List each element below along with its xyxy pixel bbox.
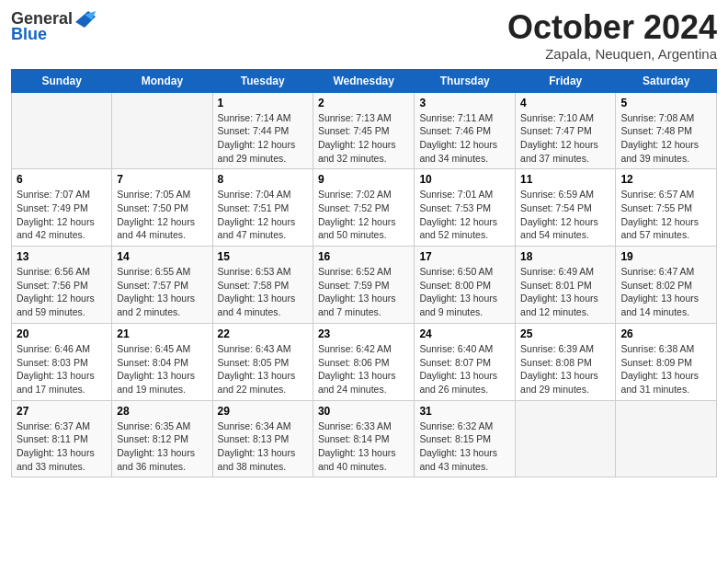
day-number: 29 (218, 405, 308, 418)
cell-info: Sunrise: 6:55 AMSunset: 7:57 PMDaylight:… (117, 265, 207, 319)
cell-info: Sunrise: 7:05 AMSunset: 7:50 PMDaylight:… (117, 188, 207, 242)
calendar-cell: 18Sunrise: 6:49 AMSunset: 8:01 PMDayligh… (516, 247, 616, 324)
day-number: 24 (419, 327, 510, 340)
day-header-thursday: Thursday (415, 69, 516, 92)
calendar-cell: 21Sunrise: 6:45 AMSunset: 8:04 PMDayligh… (112, 323, 212, 400)
calendar-cell: 15Sunrise: 6:53 AMSunset: 7:58 PMDayligh… (212, 247, 313, 324)
calendar-cell: 10Sunrise: 7:01 AMSunset: 7:53 PMDayligh… (415, 169, 516, 247)
cell-info: Sunrise: 6:50 AMSunset: 8:00 PMDaylight:… (419, 265, 510, 319)
calendar-cell: 8Sunrise: 7:04 AMSunset: 7:51 PMDaylight… (212, 169, 313, 247)
cell-info: Sunrise: 7:10 AMSunset: 7:47 PMDaylight:… (520, 111, 610, 166)
cell-info: Sunrise: 6:35 AMSunset: 8:12 PMDaylight:… (117, 419, 207, 474)
day-number: 9 (318, 173, 409, 186)
day-header-tuesday: Tuesday (212, 69, 313, 92)
cell-info: Sunrise: 6:38 AMSunset: 8:09 PMDaylight:… (620, 342, 711, 396)
day-header-saturday: Saturday (616, 69, 717, 92)
cell-info: Sunrise: 6:32 AMSunset: 8:15 PMDaylight:… (419, 419, 510, 474)
day-header-monday: Monday (112, 69, 212, 92)
calendar-cell (516, 400, 616, 477)
cell-info: Sunrise: 7:02 AMSunset: 7:52 PMDaylight:… (318, 188, 409, 242)
day-number: 3 (419, 97, 510, 109)
day-number: 13 (17, 250, 107, 263)
calendar-cell: 14Sunrise: 6:55 AMSunset: 7:57 PMDayligh… (112, 247, 212, 324)
cell-info: Sunrise: 7:04 AMSunset: 7:51 PMDaylight:… (218, 188, 308, 242)
calendar-cell: 6Sunrise: 7:07 AMSunset: 7:49 PMDaylight… (12, 169, 112, 247)
calendar-cell: 23Sunrise: 6:42 AMSunset: 8:06 PMDayligh… (313, 323, 414, 400)
day-number: 18 (520, 250, 610, 263)
calendar-cell: 27Sunrise: 6:37 AMSunset: 8:11 PMDayligh… (12, 400, 112, 477)
calendar-table: SundayMondayTuesdayWednesdayThursdayFrid… (11, 69, 717, 478)
day-number: 20 (17, 327, 107, 340)
calendar-cell: 11Sunrise: 6:59 AMSunset: 7:54 PMDayligh… (516, 169, 616, 247)
calendar-cell: 19Sunrise: 6:47 AMSunset: 8:02 PMDayligh… (616, 247, 717, 324)
header: General Blue October 2024 Zapala, Neuque… (11, 9, 717, 62)
week-row-5: 27Sunrise: 6:37 AMSunset: 8:11 PMDayligh… (12, 400, 717, 477)
calendar-cell: 2Sunrise: 7:13 AMSunset: 7:45 PMDaylight… (313, 92, 414, 169)
cell-info: Sunrise: 6:46 AMSunset: 8:03 PMDaylight:… (17, 342, 107, 396)
calendar-cell: 4Sunrise: 7:10 AMSunset: 7:47 PMDaylight… (516, 92, 616, 169)
cell-info: Sunrise: 7:11 AMSunset: 7:46 PMDaylight:… (419, 111, 510, 166)
day-number: 15 (218, 250, 308, 263)
day-number: 10 (419, 173, 510, 186)
day-header-wednesday: Wednesday (313, 69, 414, 92)
day-number: 12 (620, 173, 711, 186)
cell-info: Sunrise: 6:49 AMSunset: 8:01 PMDaylight:… (520, 265, 610, 319)
calendar-cell: 26Sunrise: 6:38 AMSunset: 8:09 PMDayligh… (616, 323, 717, 400)
day-number: 4 (520, 97, 610, 109)
week-row-2: 6Sunrise: 7:07 AMSunset: 7:49 PMDaylight… (12, 169, 717, 247)
calendar-cell: 29Sunrise: 6:34 AMSunset: 8:13 PMDayligh… (212, 400, 313, 477)
title-area: October 2024 Zapala, Neuquen, Argentina (507, 9, 717, 62)
calendar-cell (112, 92, 212, 169)
calendar-cell: 9Sunrise: 7:02 AMSunset: 7:52 PMDaylight… (313, 169, 414, 247)
cell-info: Sunrise: 6:47 AMSunset: 8:02 PMDaylight:… (620, 265, 711, 319)
logo: General Blue (11, 9, 96, 44)
day-number: 1 (218, 97, 308, 109)
day-number: 2 (318, 97, 409, 109)
calendar-cell: 1Sunrise: 7:14 AMSunset: 7:44 PMDaylight… (212, 92, 313, 169)
cell-info: Sunrise: 6:39 AMSunset: 8:08 PMDaylight:… (520, 342, 610, 396)
day-number: 17 (419, 250, 510, 263)
cell-info: Sunrise: 6:53 AMSunset: 7:58 PMDaylight:… (218, 265, 308, 319)
logo-blue-text: Blue (11, 25, 47, 44)
cell-info: Sunrise: 7:08 AMSunset: 7:48 PMDaylight:… (620, 111, 711, 166)
calendar-cell: 28Sunrise: 6:35 AMSunset: 8:12 PMDayligh… (112, 400, 212, 477)
week-row-3: 13Sunrise: 6:56 AMSunset: 7:56 PMDayligh… (12, 247, 717, 324)
cell-info: Sunrise: 7:13 AMSunset: 7:45 PMDaylight:… (318, 111, 409, 166)
calendar-cell: 25Sunrise: 6:39 AMSunset: 8:08 PMDayligh… (516, 323, 616, 400)
day-number: 23 (318, 327, 409, 340)
cell-info: Sunrise: 6:45 AMSunset: 8:04 PMDaylight:… (117, 342, 207, 396)
day-number: 28 (117, 405, 207, 418)
month-title: October 2024 (507, 9, 717, 46)
cell-info: Sunrise: 7:07 AMSunset: 7:49 PMDaylight:… (17, 188, 107, 242)
cell-info: Sunrise: 7:01 AMSunset: 7:53 PMDaylight:… (419, 188, 510, 242)
calendar-cell: 30Sunrise: 6:33 AMSunset: 8:14 PMDayligh… (313, 400, 414, 477)
day-number: 31 (419, 405, 510, 418)
day-number: 25 (520, 327, 610, 340)
calendar-cell: 20Sunrise: 6:46 AMSunset: 8:03 PMDayligh… (12, 323, 112, 400)
day-number: 19 (620, 250, 711, 263)
page-container: General Blue October 2024 Zapala, Neuque… (0, 0, 728, 487)
day-number: 30 (318, 405, 409, 418)
day-number: 21 (117, 327, 207, 340)
calendar-cell: 5Sunrise: 7:08 AMSunset: 7:48 PMDaylight… (616, 92, 717, 169)
calendar-cell: 3Sunrise: 7:11 AMSunset: 7:46 PMDaylight… (415, 92, 516, 169)
day-header-sunday: Sunday (12, 69, 112, 92)
cell-info: Sunrise: 6:42 AMSunset: 8:06 PMDaylight:… (318, 342, 409, 396)
cell-info: Sunrise: 7:14 AMSunset: 7:44 PMDaylight:… (218, 111, 308, 166)
calendar-header-row: SundayMondayTuesdayWednesdayThursdayFrid… (12, 69, 717, 92)
calendar-cell (616, 400, 717, 477)
calendar-cell: 31Sunrise: 6:32 AMSunset: 8:15 PMDayligh… (415, 400, 516, 477)
calendar-cell (12, 92, 112, 169)
calendar-cell: 17Sunrise: 6:50 AMSunset: 8:00 PMDayligh… (415, 247, 516, 324)
cell-info: Sunrise: 6:43 AMSunset: 8:05 PMDaylight:… (218, 342, 308, 396)
calendar-cell: 7Sunrise: 7:05 AMSunset: 7:50 PMDaylight… (112, 169, 212, 247)
day-number: 6 (17, 173, 107, 186)
calendar-cell: 22Sunrise: 6:43 AMSunset: 8:05 PMDayligh… (212, 323, 313, 400)
day-number: 11 (520, 173, 610, 186)
day-number: 26 (620, 327, 711, 340)
day-number: 16 (318, 250, 409, 263)
cell-info: Sunrise: 6:37 AMSunset: 8:11 PMDaylight:… (17, 419, 107, 474)
cell-info: Sunrise: 6:56 AMSunset: 7:56 PMDaylight:… (17, 265, 107, 319)
cell-info: Sunrise: 6:59 AMSunset: 7:54 PMDaylight:… (520, 188, 610, 242)
cell-info: Sunrise: 6:52 AMSunset: 7:59 PMDaylight:… (318, 265, 409, 319)
